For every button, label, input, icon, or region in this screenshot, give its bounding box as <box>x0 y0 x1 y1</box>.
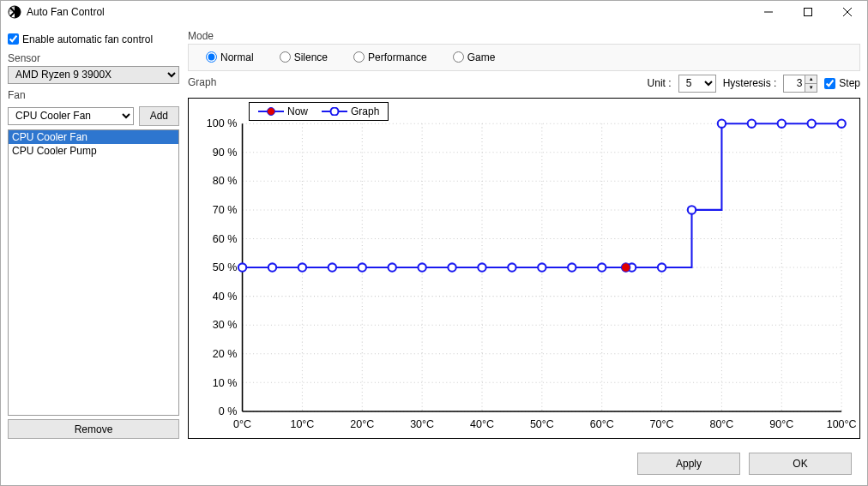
svg-text:80 %: 80 % <box>213 175 238 187</box>
step-checkbox[interactable]: Step <box>824 77 860 89</box>
svg-point-71 <box>718 119 726 127</box>
svg-text:20 %: 20 % <box>213 348 238 360</box>
hysteresis-input[interactable] <box>784 75 805 92</box>
fan-row: CPU Cooler Fan Add <box>8 106 179 126</box>
left-panel: Enable automatic fan control Sensor AMD … <box>8 30 179 439</box>
svg-text:0 %: 0 % <box>219 405 238 417</box>
svg-point-6 <box>268 107 275 115</box>
svg-point-62 <box>448 263 455 271</box>
fan-list-item[interactable]: CPU Cooler Pump <box>9 144 178 158</box>
svg-text:50 %: 50 % <box>213 261 238 273</box>
mode-radio-silence[interactable]: Silence <box>280 51 328 63</box>
graph-label: Graph <box>188 76 641 88</box>
svg-text:10°C: 10°C <box>290 417 314 429</box>
graph-header: Graph Unit : 5 Hysteresis : ▲ ▼ Step <box>188 75 860 93</box>
legend-now: Now <box>258 105 308 117</box>
content: Enable automatic fan control Sensor AMD … <box>1 23 867 446</box>
svg-text:0°C: 0°C <box>233 417 251 429</box>
apply-button[interactable]: Apply <box>637 453 740 475</box>
window-title: Auto Fan Control <box>27 6 749 18</box>
svg-text:70 %: 70 % <box>213 204 238 216</box>
fan-label: Fan <box>8 89 179 101</box>
svg-point-63 <box>478 263 485 271</box>
mode-radio-performance[interactable]: Performance <box>353 51 427 63</box>
minimize-button[interactable] <box>749 1 788 23</box>
svg-point-61 <box>418 263 425 271</box>
svg-point-67 <box>598 263 606 271</box>
svg-text:60°C: 60°C <box>590 417 614 429</box>
legend-graph: Graph <box>322 105 379 117</box>
unit-select[interactable]: 5 <box>678 75 716 93</box>
svg-text:90 %: 90 % <box>213 147 238 159</box>
svg-text:100 %: 100 % <box>207 117 237 129</box>
step-checkbox-input[interactable] <box>824 78 835 89</box>
ok-button[interactable]: OK <box>749 453 852 475</box>
svg-text:70°C: 70°C <box>650 417 674 429</box>
fan-group: Fan CPU Cooler Fan Add CPU Cooler FanCPU… <box>8 89 179 439</box>
svg-point-70 <box>688 206 696 213</box>
svg-point-73 <box>778 119 786 127</box>
titlebar: Auto Fan Control <box>1 1 867 23</box>
svg-text:30°C: 30°C <box>410 417 434 429</box>
svg-point-64 <box>508 263 515 271</box>
hysteresis-stepper[interactable]: ▲ ▼ <box>783 75 817 93</box>
footer: Apply OK <box>1 446 867 485</box>
remove-button[interactable]: Remove <box>8 419 179 439</box>
svg-text:40 %: 40 % <box>213 291 238 303</box>
window: Auto Fan Control Enable automatic fan co… <box>0 0 868 486</box>
svg-point-58 <box>329 263 336 271</box>
svg-text:50°C: 50°C <box>530 417 554 429</box>
right-panel: Mode NormalSilencePerformanceGame Graph … <box>188 30 860 439</box>
svg-point-65 <box>538 263 546 271</box>
svg-point-59 <box>359 263 366 271</box>
hysteresis-up[interactable]: ▲ <box>805 75 817 84</box>
step-checkbox-label: Step <box>839 77 860 89</box>
svg-point-66 <box>568 263 576 271</box>
svg-point-75 <box>837 119 845 127</box>
svg-rect-2 <box>805 8 812 15</box>
add-button[interactable]: Add <box>139 106 179 126</box>
mode-group: Mode NormalSilencePerformanceGame <box>188 30 860 71</box>
mode-row: NormalSilencePerformanceGame <box>197 50 851 65</box>
fan-select[interactable]: CPU Cooler Fan <box>8 107 134 125</box>
sensor-select[interactable]: AMD Ryzen 9 3900X <box>8 66 179 84</box>
svg-text:90°C: 90°C <box>769 417 793 429</box>
graph-svg[interactable]: 0 %10 %20 %30 %40 %50 %60 %70 %80 %90 %1… <box>189 99 859 438</box>
window-buttons <box>749 1 867 23</box>
mode-label: Mode <box>188 30 860 42</box>
hysteresis-label: Hysteresis : <box>723 77 777 89</box>
legend: Now Graph <box>249 102 389 121</box>
svg-text:100°C: 100°C <box>827 417 857 429</box>
close-button[interactable] <box>828 1 867 23</box>
enable-checkbox-label: Enable automatic fan control <box>22 33 153 45</box>
enable-checkbox[interactable]: Enable automatic fan control <box>8 30 179 47</box>
svg-text:20°C: 20°C <box>350 417 374 429</box>
maximize-button[interactable] <box>788 1 828 23</box>
mode-box: NormalSilencePerformanceGame <box>188 44 860 71</box>
sensor-group: Sensor AMD Ryzen 9 3900X <box>8 52 179 84</box>
hysteresis-down[interactable]: ▼ <box>805 84 817 92</box>
svg-point-55 <box>238 263 246 271</box>
svg-point-60 <box>389 263 396 271</box>
mode-radio-normal[interactable]: Normal <box>206 51 254 63</box>
fan-list[interactable]: CPU Cooler FanCPU Cooler Pump <box>8 129 179 416</box>
svg-point-69 <box>658 263 666 271</box>
svg-point-76 <box>621 263 630 272</box>
svg-text:10 %: 10 % <box>213 376 238 388</box>
mode-radio-game[interactable]: Game <box>453 51 496 63</box>
fan-list-item[interactable]: CPU Cooler Fan <box>9 130 178 144</box>
svg-text:80°C: 80°C <box>709 417 733 429</box>
svg-text:30 %: 30 % <box>213 319 238 331</box>
svg-point-74 <box>808 119 816 127</box>
unit-label: Unit : <box>648 77 672 89</box>
app-icon <box>8 5 21 19</box>
svg-point-72 <box>748 119 756 127</box>
svg-text:40°C: 40°C <box>470 417 494 429</box>
graph-box: Now Graph 0 %10 %20 %30 %40 %50 %60 %70 … <box>188 98 860 439</box>
enable-checkbox-input[interactable] <box>8 33 19 45</box>
svg-text:60 %: 60 % <box>213 232 238 244</box>
sensor-label: Sensor <box>8 52 179 64</box>
svg-point-56 <box>268 263 276 271</box>
svg-point-8 <box>331 107 339 115</box>
svg-point-57 <box>298 263 306 271</box>
